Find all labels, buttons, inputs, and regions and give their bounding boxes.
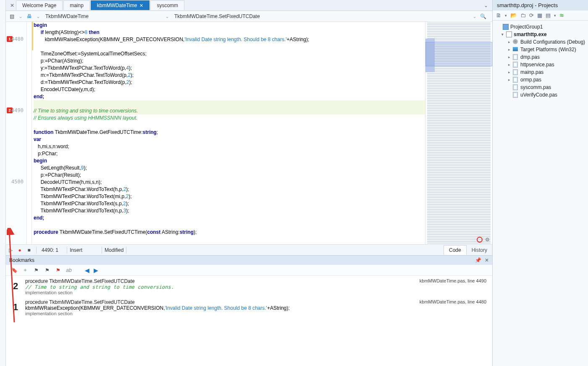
project-node[interactable]: ▸dmp.pas xyxy=(494,53,586,61)
tree-node-icon xyxy=(513,84,519,90)
bookmark-section: implementation section xyxy=(25,290,414,295)
tree-node-icon xyxy=(513,69,519,75)
tree-node-label: syscomm.pas xyxy=(520,84,551,90)
tab-syscomm[interactable]: syscomm xyxy=(150,0,184,10)
tree-twist-icon[interactable]: ▸ xyxy=(507,47,511,52)
bookmarks-panel: Bookmarks 📌 ✕ 🔖 ＋ ⚑ ⚑ ⚑ ab ◀ ▶ xyxy=(6,255,492,366)
close-tab-icon[interactable]: ✕ xyxy=(8,3,16,8)
project-node[interactable]: syscomm.pas xyxy=(494,84,586,91)
tree-node-icon xyxy=(503,24,509,30)
prev-bookmark-icon[interactable]: ◀ xyxy=(85,267,89,274)
bookmark-code: kbmMWRaiseException(KBMMW_ERR_DATECONVER… xyxy=(25,305,414,311)
project-node[interactable]: ▾smarthttp.exe xyxy=(494,31,586,38)
bookmark-procedure: procedure TkbmMWDateTime.SetFixedUTCDate xyxy=(25,278,414,284)
view-tab-history[interactable]: History xyxy=(467,246,492,255)
bookmark-item[interactable]: 2 procedure TkbmMWDateTime.SetFixedUTCDa… xyxy=(12,278,486,295)
nav-unit[interactable]: TkbmMWDateTime xyxy=(44,13,90,19)
toolbar-icon[interactable]: 📂 xyxy=(510,12,517,18)
bookmark-flag2-icon[interactable]: ⚑ xyxy=(33,267,39,273)
fold-column xyxy=(27,22,32,244)
add-bookmark-icon[interactable]: ＋ xyxy=(22,267,29,274)
pin-icon[interactable]: 📌 xyxy=(475,257,481,263)
ab-label[interactable]: ab xyxy=(66,267,72,273)
settings-icon[interactable]: ⚙ xyxy=(485,237,490,243)
view-tab-code[interactable]: Code xyxy=(444,245,467,255)
module-icon[interactable]: ▧ xyxy=(8,13,15,20)
code-string: 'Invalid Date string length. Should be 8… xyxy=(184,37,286,42)
next-bookmark-icon[interactable]: ▶ xyxy=(94,267,98,274)
search-icon[interactable]: 🔍 xyxy=(480,13,486,19)
tabs-overflow-icon[interactable]: ⌄ xyxy=(484,3,488,8)
minimap-viewport[interactable] xyxy=(425,42,492,66)
tab-welcome[interactable]: Welcome Page xyxy=(16,0,63,10)
tree-twist-icon[interactable]: ▸ xyxy=(507,55,511,59)
bookmark-number: 2 xyxy=(12,281,19,292)
record-icon[interactable]: ● xyxy=(15,247,24,253)
code-line: EncodeUTCDate(y,m,d); xyxy=(34,86,95,92)
dropdown-icon[interactable]: ▾ xyxy=(505,13,507,18)
code-line: p:=PChar(Result); xyxy=(34,172,81,178)
dropdown-icon[interactable]: ⌄ xyxy=(36,13,40,19)
tree-twist-icon[interactable]: ▸ xyxy=(507,70,511,74)
code-line: begin xyxy=(34,22,47,28)
line-number: 4500 xyxy=(6,179,25,185)
dropdown-icon[interactable]: ⌄ xyxy=(472,13,477,19)
tree-node-label: ProjectGroup1 xyxy=(510,24,543,30)
minimap[interactable]: document.write(Array.from({length:140}).… xyxy=(425,22,492,244)
line-number: 4480 xyxy=(6,36,25,42)
tree-node-label: Build Configurations (Debug) xyxy=(520,39,585,45)
code-line: TimeZoneOffset:=SystemLocalTimeOffsetSec… xyxy=(34,51,147,57)
projects-tree[interactable]: ProjectGroup1▾smarthttp.exe▸Build Config… xyxy=(493,21,588,101)
tree-twist-icon[interactable]: ▸ xyxy=(507,78,511,82)
record-macro-icon[interactable] xyxy=(477,237,483,243)
refresh-icon[interactable]: ⟳ xyxy=(529,12,534,18)
project-node[interactable]: ▸mainp.pas xyxy=(494,68,586,76)
toolbar-icon[interactable]: 🗀 xyxy=(520,12,526,18)
run-icon[interactable]: ▷ xyxy=(6,247,15,253)
toolbar-icon[interactable]: ▤ xyxy=(546,12,551,18)
bookmark-flag-icon[interactable]: 🔖 xyxy=(11,267,18,273)
bookmark-number: 1 xyxy=(12,302,19,313)
project-node[interactable]: ▸httpservice.pas xyxy=(494,61,586,68)
toolbar-icon[interactable]: ▦ xyxy=(537,12,542,18)
bookmark-procedure: procedure TkbmMWDateTime.SetFixedUTCDate xyxy=(25,299,414,305)
tab-close-icon[interactable]: ✕ xyxy=(139,3,143,8)
toolbar-icon[interactable]: ≋ xyxy=(559,12,564,18)
tree-node-label: Target Platforms (Win32) xyxy=(520,47,576,52)
insert-mode[interactable]: Insert xyxy=(70,247,99,253)
projects-panel: smarthttp.dproj - Projects 🗎▾ 📂 🗀 ⟳ ▦ ▤▾… xyxy=(492,0,588,366)
tab-kbmmwdatetime[interactable]: kbmMWDateTime✕ xyxy=(91,0,150,10)
bookmark-item[interactable]: 1 procedure TkbmMWDateTime.SetFixedUTCDa… xyxy=(12,299,486,316)
tree-twist-icon[interactable]: ▸ xyxy=(507,40,511,44)
code-editor[interactable]: begin if length(AString)<>8 then kbmMWRa… xyxy=(32,22,425,244)
delete-bookmark-icon[interactable]: ⚑ xyxy=(55,267,61,273)
tree-twist-icon[interactable]: ▸ xyxy=(507,63,511,67)
left-gutter-strip xyxy=(0,0,6,366)
tree-node-label: smarthttp.exe xyxy=(514,31,547,37)
bookmark-flag3-icon[interactable]: ⚑ xyxy=(44,267,50,273)
stop-icon[interactable]: ■ xyxy=(24,247,34,253)
tab-label: kbmMWDateTime xyxy=(97,3,137,8)
close-panel-icon[interactable]: ✕ xyxy=(485,257,489,263)
print-icon[interactable]: 🖶 xyxy=(26,13,33,20)
toolbar-icon[interactable]: 🗎 xyxy=(496,12,501,18)
project-node[interactable]: ▸ormp.pas xyxy=(494,76,586,84)
navigation-bar: ▧ ⌄ 🖶 ⌄ TkbmMWDateTime ⌄ TkbmMWDateTime.… xyxy=(6,11,492,22)
tab-label: syscomm xyxy=(157,3,178,8)
project-node[interactable]: ▸Build Configurations (Debug) xyxy=(494,38,586,46)
code-line: var xyxy=(34,136,41,142)
project-node[interactable]: ProjectGroup1 xyxy=(494,23,586,31)
dropdown-icon[interactable]: ▾ xyxy=(554,13,556,18)
cursor-position: 4490: 1 xyxy=(39,247,64,253)
dropdown-icon[interactable]: ⌄ xyxy=(165,13,169,19)
tab-mainp[interactable]: mainp xyxy=(63,0,90,10)
tree-twist-icon[interactable]: ▾ xyxy=(500,32,504,37)
tree-node-icon xyxy=(513,54,519,60)
tree-node-label: ormp.pas xyxy=(520,77,541,83)
nav-member[interactable]: TkbmMWDateTime.SetFixedUTCDate xyxy=(173,13,262,19)
dropdown-icon[interactable]: ⌄ xyxy=(18,13,23,19)
project-node[interactable]: ▸Target Platforms (Win32) xyxy=(494,46,586,53)
tree-node-icon xyxy=(513,77,519,83)
code-line: DecodeUTCTime(h,mi,s,n); xyxy=(34,179,102,185)
project-node[interactable]: uVerifyCode.pas xyxy=(494,91,586,99)
